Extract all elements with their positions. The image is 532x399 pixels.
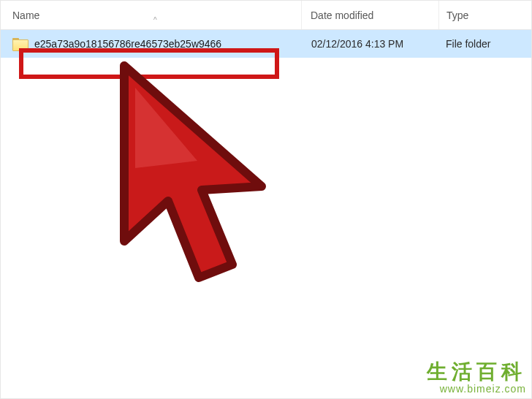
watermark-title: 生活百科 [427, 361, 526, 384]
column-header-type-label: Type [446, 10, 468, 21]
folder-name-cell: e25a73a9o18156786re46573eb25w9466 [12, 38, 301, 50]
watermark-url: www.bimeiz.com [427, 384, 526, 395]
folder-row-selected[interactable]: e25a73a9o18156786re46573eb25w9466 02/12/… [1, 30, 531, 58]
folder-icon [12, 38, 27, 50]
column-header-modified-label: Date modified [311, 10, 373, 21]
folder-name-text: e25a73a9o18156786re46573eb25w9466 [34, 38, 221, 50]
folder-type-text: File folder [446, 38, 490, 50]
folder-modified-text: 02/12/2016 4:13 PM [311, 38, 403, 50]
folder-type-cell: File folder [438, 38, 531, 50]
column-header-name-label: Name [12, 10, 39, 21]
folder-modified-cell: 02/12/2016 4:13 PM [301, 38, 438, 50]
column-header-type[interactable]: Type [438, 1, 531, 29]
column-header-row: Name Date modified Type [1, 1, 531, 30]
column-header-modified[interactable]: Date modified [301, 1, 438, 29]
sort-ascending-icon: ^ [153, 16, 157, 24]
watermark: 生活百科 www.bimeiz.com [427, 361, 526, 395]
file-explorer-window: Name Date modified Type ^ e25a73a9o18156… [0, 0, 532, 399]
